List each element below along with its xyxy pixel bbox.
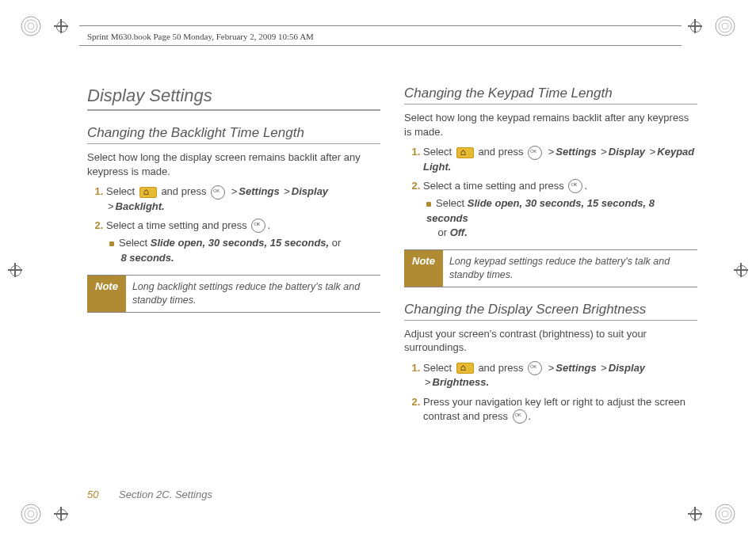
step-text: Select a time setting and press — [106, 219, 247, 231]
svg-point-2 — [28, 23, 34, 29]
sub-step: Select Slide open, 30 seconds, 15 second… — [109, 236, 380, 264]
step-item: Select a time setting and press . Select… — [106, 219, 380, 265]
note-box: Note Long backlight settings reduce the … — [87, 275, 380, 313]
step-text: Press your navigation key left or right … — [423, 396, 685, 422]
svg-point-10 — [719, 508, 731, 520]
section-heading: Changing the Backlight Time Length — [87, 125, 380, 144]
left-column: Display Settings Changing the Backlight … — [87, 79, 380, 428]
ornament-icon — [713, 14, 737, 38]
step-text: Select — [423, 146, 452, 158]
ornament-icon — [713, 502, 737, 526]
step-item: Select and press >Settings >Display >Bri… — [423, 361, 697, 390]
menu-ok-icon — [528, 361, 542, 375]
ornament-icon — [19, 14, 43, 38]
option-list: Off. — [450, 226, 468, 238]
menu-ok-icon — [251, 219, 265, 233]
menu-path: Display — [292, 185, 328, 197]
step-text: Select a time setting and press — [423, 180, 564, 192]
page-number: 50 — [87, 489, 98, 500]
registration-mark-icon — [688, 507, 702, 521]
home-icon — [139, 187, 157, 198]
option-list: 8 seconds. — [120, 252, 174, 264]
section-label: Section 2C. Settings — [119, 489, 212, 500]
chevron-right-icon: > — [599, 362, 609, 374]
bullet-icon — [426, 202, 431, 207]
sub-step: Select Slide open, 30 seconds, 15 second… — [426, 196, 697, 240]
sub-step-text: or — [437, 226, 447, 238]
option-list: Slide open, 30 seconds, 15 seconds, — [151, 237, 329, 249]
menu-path: Display — [609, 146, 645, 158]
page-title: Display Settings — [87, 86, 380, 111]
chevron-right-icon: > — [282, 185, 292, 197]
registration-mark-icon — [54, 19, 68, 33]
registration-mark-icon — [688, 19, 702, 33]
registration-mark-icon — [8, 263, 22, 277]
header-text: Sprint M630.book Page 50 Monday, Februar… — [87, 32, 314, 41]
step-text: and press — [478, 362, 523, 374]
registration-mark-icon — [734, 263, 748, 277]
section-lead: Select how long the keypad remains backl… — [404, 111, 697, 139]
svg-point-11 — [722, 511, 728, 517]
note-label: Note — [87, 276, 126, 312]
svg-point-9 — [716, 504, 735, 523]
bullet-icon — [109, 241, 114, 246]
step-list: Select and press >Settings >Display >Bri… — [404, 361, 697, 424]
step-text: and press — [478, 146, 523, 158]
section-heading: Changing the Keypad Time Length — [404, 86, 697, 105]
svg-point-5 — [722, 23, 728, 29]
footer: 50 Section 2C. Settings — [87, 489, 212, 500]
chevron-right-icon: > — [648, 146, 658, 158]
svg-point-1 — [25, 20, 37, 32]
svg-point-7 — [25, 508, 37, 520]
menu-path: Settings — [556, 146, 596, 158]
step-item: Press your navigation key left or right … — [423, 395, 697, 424]
menu-ok-icon — [528, 146, 542, 160]
note-text: Long keypad settings reduce the battery'… — [443, 250, 697, 287]
menu-ok-icon — [513, 409, 527, 424]
note-text: Long backlight settings reduce the batte… — [126, 276, 380, 312]
menu-path: Settings — [556, 362, 596, 374]
section-lead: Select how long the display screen remai… — [87, 150, 380, 178]
home-icon — [456, 147, 474, 158]
right-column: Changing the Keypad Time Length Select h… — [404, 79, 697, 428]
chevron-right-icon: > — [106, 200, 116, 212]
section-heading: Changing the Display Screen Brightness — [404, 302, 697, 321]
chevron-right-icon: > — [423, 376, 433, 388]
registration-mark-icon — [54, 507, 68, 521]
sub-step-text: Select — [119, 237, 147, 249]
chevron-right-icon: > — [230, 185, 239, 197]
step-list: Select and press >Settings >Display >Bac… — [87, 184, 380, 265]
ornament-icon — [19, 502, 43, 526]
menu-path: Display — [609, 362, 645, 374]
chevron-right-icon: > — [547, 146, 556, 158]
content-area: Display Settings Changing the Backlight … — [87, 79, 697, 428]
step-list: Select and press >Settings >Display >Key… — [404, 145, 697, 240]
step-text: Select — [423, 362, 452, 374]
sub-step-text: Select — [436, 197, 464, 209]
step-item: Select and press >Settings >Display >Bac… — [106, 184, 380, 214]
step-item: Select and press >Settings >Display >Key… — [423, 145, 697, 174]
svg-point-8 — [28, 511, 34, 517]
svg-point-3 — [716, 17, 735, 36]
menu-path: Settings — [239, 185, 279, 197]
menu-path: Brightness. — [433, 376, 490, 388]
section-lead: Adjust your screen's contrast (brightnes… — [404, 327, 697, 355]
chevron-right-icon: > — [599, 146, 609, 158]
menu-ok-icon — [211, 185, 225, 200]
step-text: Select — [106, 185, 135, 197]
svg-point-0 — [21, 17, 40, 36]
note-label: Note — [404, 250, 443, 287]
step-text: and press — [161, 185, 206, 197]
menu-ok-icon — [568, 179, 582, 193]
sub-step-text: or — [332, 237, 342, 249]
note-box: Note Long keypad settings reduce the bat… — [404, 249, 697, 287]
svg-point-4 — [719, 20, 731, 32]
page: Sprint M630.book Page 50 Monday, Februar… — [0, 0, 756, 540]
home-icon — [456, 363, 474, 374]
chevron-right-icon: > — [547, 362, 556, 374]
menu-path: Backlight. — [116, 200, 165, 212]
svg-point-6 — [21, 504, 40, 523]
step-item: Select a time setting and press . Select… — [423, 179, 697, 240]
